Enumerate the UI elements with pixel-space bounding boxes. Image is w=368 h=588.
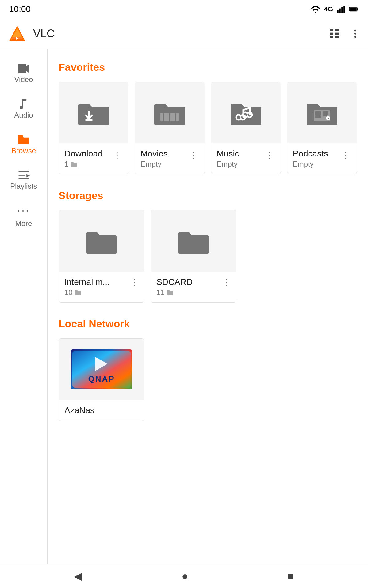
podcasts-folder-icon [305, 99, 339, 126]
favorites-title: Favorites [59, 61, 357, 73]
music-card-name: Music [217, 149, 239, 159]
main-layout: Video Audio Browse Playlists ··· M [0, 49, 368, 564]
sidebar-item-browse[interactable]: Browse [0, 126, 47, 162]
wifi-icon [311, 5, 320, 13]
sdcard-card-sub: 11 [156, 288, 193, 297]
favorites-grid: Download 1 ⋮ [59, 82, 357, 174]
status-icons: 4G [311, 5, 359, 13]
azanas-icon-area: QNAP [59, 339, 144, 400]
nav-back-button[interactable]: ◀ [74, 570, 82, 582]
download-card-name: Download [64, 149, 103, 159]
sidebar-item-audio[interactable]: Audio [0, 91, 47, 126]
svg-text:▶: ▶ [16, 36, 19, 40]
svg-rect-16 [330, 36, 333, 38]
svg-rect-21 [18, 64, 26, 73]
music-card-footer: Music Empty ⋮ [211, 143, 281, 174]
qnap-logo: QNAP [71, 349, 132, 389]
movies-card-menu-icon[interactable]: ⋮ [188, 149, 199, 161]
favorites-card-podcasts[interactable]: Podcasts Empty ⋮ [287, 82, 357, 174]
svg-marker-26 [26, 174, 30, 177]
favorites-card-download[interactable]: Download 1 ⋮ [59, 82, 128, 174]
sidebar-item-video[interactable]: Video [0, 55, 47, 91]
svg-rect-12 [330, 29, 333, 31]
sidebar: Video Audio Browse Playlists ··· M [0, 49, 48, 564]
internal-card-sub: 10 [64, 288, 110, 297]
more-dots-icon: ··· [17, 204, 30, 217]
sdcard-card-name: SDCARD [156, 277, 193, 287]
sdcard-folder-icon [177, 228, 210, 254]
sdcard-folder-icon-area [151, 210, 236, 272]
download-card-menu-icon[interactable]: ⋮ [112, 149, 123, 161]
status-bar: 10:00 4G [0, 0, 368, 18]
podcasts-card-name: Podcasts [293, 149, 328, 159]
storage-card-sdcard[interactable]: SDCARD 11 ⋮ [151, 210, 236, 303]
svg-rect-1 [337, 10, 339, 13]
svg-rect-38 [323, 113, 328, 115]
favorites-section: Favorites Download [59, 61, 357, 174]
storages-grid: Internal m... 10 ⋮ [59, 210, 357, 303]
more-vert-icon[interactable] [350, 28, 361, 39]
storage-card-internal[interactable]: Internal m... 10 ⋮ [59, 210, 144, 303]
svg-rect-3 [341, 7, 343, 13]
storages-section: Storages Internal m... 10 [59, 190, 357, 303]
playlists-icon [17, 168, 30, 182]
music-card-info: Music Empty [217, 149, 239, 168]
folder-count-icon [70, 161, 77, 167]
battery-icon [349, 6, 359, 13]
sidebar-item-more-label: More [15, 219, 32, 228]
audio-icon [17, 97, 30, 111]
azanas-card-footer: AzaNas [59, 400, 144, 421]
app-bar-title: VLC [33, 27, 328, 40]
nav-recent-button[interactable]: ■ [287, 570, 294, 582]
sdcard-card-menu-icon[interactable]: ⋮ [222, 277, 231, 287]
internal-card-name: Internal m... [64, 277, 110, 287]
app-bar-actions [328, 28, 361, 40]
movies-folder-icon [153, 99, 186, 126]
sidebar-item-browse-label: Browse [11, 146, 36, 155]
nav-bar: ◀ ● ■ [0, 564, 368, 588]
app-bar: ▶ VLC [0, 18, 368, 49]
svg-point-20 [354, 36, 356, 38]
svg-point-18 [354, 29, 356, 31]
grid-view-icon[interactable] [328, 28, 340, 40]
4g-icon: 4G [324, 5, 333, 13]
podcasts-card-sub: Empty [293, 160, 328, 168]
svg-rect-14 [330, 32, 333, 35]
sidebar-item-more[interactable]: ··· More [0, 197, 47, 235]
svg-rect-4 [343, 6, 345, 13]
movies-folder-icon-area [135, 82, 204, 143]
download-card-info: Download 1 [64, 149, 103, 168]
svg-rect-35 [315, 111, 321, 116]
content-area: Favorites Download [48, 49, 368, 564]
download-folder-icon-area [59, 82, 128, 143]
download-card-footer: Download 1 ⋮ [59, 143, 128, 174]
network-grid: QNAP AzaNas [59, 338, 357, 421]
podcasts-card-info: Podcasts Empty [293, 149, 328, 168]
network-card-azanas[interactable]: QNAP AzaNas [59, 338, 144, 421]
sidebar-item-playlists[interactable]: Playlists [0, 162, 47, 197]
svg-rect-37 [323, 111, 328, 113]
azanas-card-name: AzaNas [64, 405, 94, 415]
nav-home-button[interactable]: ● [182, 570, 188, 582]
internal-card-menu-icon[interactable]: ⋮ [130, 277, 139, 287]
status-time: 10:00 [9, 4, 31, 14]
podcasts-card-menu-icon[interactable]: ⋮ [340, 149, 351, 161]
favorites-card-movies[interactable]: Movies Empty ⋮ [135, 82, 205, 174]
svg-marker-22 [26, 64, 29, 73]
signal-icon [337, 5, 345, 13]
sdcard-card-footer: SDCARD 11 ⋮ [151, 272, 236, 302]
folder-count-icon-sdcard [167, 289, 173, 296]
internal-folder-icon [85, 228, 118, 254]
favorites-card-music[interactable]: Music Empty ⋮ [211, 82, 281, 174]
movies-card-sub: Empty [140, 160, 168, 168]
music-card-menu-icon[interactable]: ⋮ [264, 149, 275, 161]
storages-title: Storages [59, 190, 357, 202]
svg-rect-13 [335, 29, 339, 31]
sdcard-card-info: SDCARD 11 [156, 277, 193, 297]
internal-folder-icon-area [59, 210, 144, 272]
svg-text:QNAP: QNAP [88, 374, 115, 383]
vlc-logo: ▶ [7, 24, 27, 43]
svg-rect-36 [315, 116, 321, 118]
movies-card-footer: Movies Empty ⋮ [135, 143, 204, 174]
movies-card-name: Movies [140, 149, 168, 159]
